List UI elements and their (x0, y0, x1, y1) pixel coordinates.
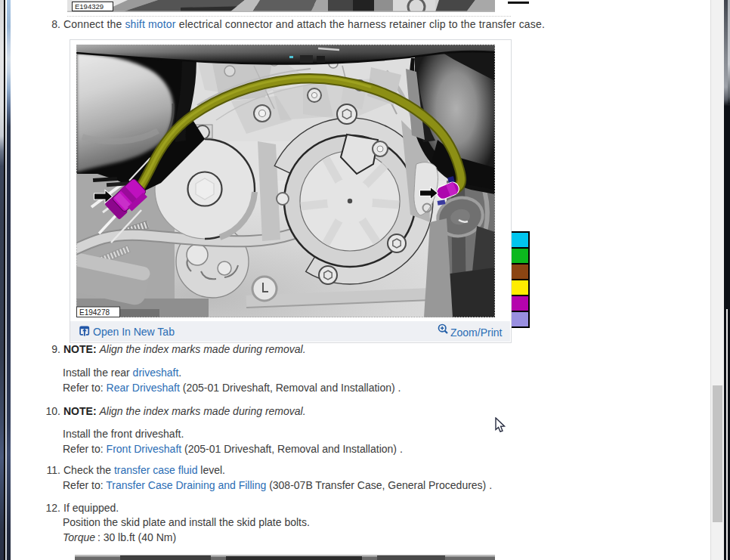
svg-text:E194278: E194278 (79, 308, 110, 317)
